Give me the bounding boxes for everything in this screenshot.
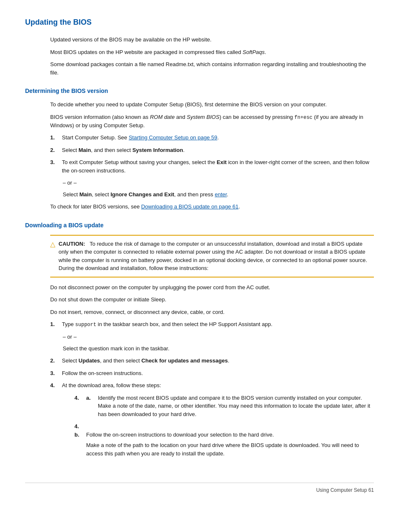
intro-para-3: Some download packages contain a file na… bbox=[50, 60, 374, 77]
section1-step-3: To exit Computer Setup without saving yo… bbox=[50, 158, 374, 175]
exit-bold: Exit bbox=[217, 159, 227, 165]
section2-step-3: Follow the on-screen instructions. bbox=[50, 369, 374, 378]
section2-steps-cont: Select Updates, and then select Check fo… bbox=[50, 357, 374, 390]
s2-step3-content: Follow the on-screen instructions. bbox=[62, 369, 374, 378]
step2-content: Select Main, and then select System Info… bbox=[62, 146, 374, 154]
system-information-bold: System Information bbox=[132, 147, 183, 153]
section1-or-label: – or – bbox=[63, 179, 374, 187]
section2-steps: Type support in the taskbar search box, … bbox=[50, 320, 374, 329]
section2-step-1: Type support in the taskbar search box, … bbox=[50, 320, 374, 329]
section1-steps: Start Computer Setup. See Starting Compu… bbox=[50, 134, 374, 175]
s2-step-b-content: Follow the on-screen instructions to dow… bbox=[86, 431, 374, 439]
step3-content: To exit Computer Setup without saving yo… bbox=[62, 158, 374, 175]
section1-step-1: Start Computer Setup. See Starting Compu… bbox=[50, 134, 374, 142]
caution-text: To reduce the risk of damage to the comp… bbox=[59, 241, 367, 272]
support-code: support bbox=[75, 322, 96, 328]
caution-label: CAUTION: bbox=[59, 241, 85, 247]
s2-step2-content: Select Updates, and then select Check fo… bbox=[62, 357, 374, 365]
softpaqs-italic: SoftPaqs bbox=[243, 49, 265, 55]
caution-line-3: Do not insert, remove, connect, or disco… bbox=[50, 308, 374, 316]
rom-date-italic: ROM date bbox=[150, 114, 174, 120]
caution-content: CAUTION: To reduce the risk of damage to… bbox=[59, 240, 374, 272]
alpha-b-label: b. bbox=[74, 431, 86, 439]
section2-or-label: – or – bbox=[63, 333, 374, 341]
check-later-text: To check for later BIOS versions, see Do… bbox=[50, 203, 374, 211]
section-determining-title: Determining the BIOS version bbox=[25, 87, 374, 95]
enter-link[interactable]: enter bbox=[215, 191, 227, 198]
check-for-updates-bold: Check for updates and messages bbox=[141, 357, 228, 364]
ignore-changes-bold: Ignore Changes and Exit bbox=[110, 191, 174, 198]
updates-bold: Updates bbox=[79, 357, 100, 364]
esc-code: esc bbox=[303, 115, 312, 121]
footer-text: Using Computer Setup 61 bbox=[316, 486, 374, 494]
alpha-a-label: a. bbox=[86, 394, 98, 419]
section2-step-b: b. Follow the on-screen instructions to … bbox=[74, 422, 374, 457]
section2-alpha-steps: a. Identify the most recent BIOS update … bbox=[74, 394, 374, 458]
section1-or-text: Select Main, select Ignore Changes and E… bbox=[63, 190, 374, 199]
s2-step-b-row: b. Follow the on-screen instructions to … bbox=[74, 431, 374, 439]
caution-box: △ CAUTION: To reduce the risk of damage … bbox=[50, 235, 374, 278]
system-bios-italic: System BIOS bbox=[187, 114, 220, 120]
page-footer: Using Computer Setup 61 bbox=[25, 483, 374, 494]
section2-or-text: Select the question mark icon in the tas… bbox=[63, 344, 374, 353]
intro-para-1: Updated versions of the BIOS may be avai… bbox=[50, 36, 374, 44]
intro-para-2: Most BIOS updates on the HP website are … bbox=[50, 48, 374, 57]
caution-triangle-icon: △ bbox=[50, 239, 55, 249]
main-bold: Main bbox=[79, 147, 91, 153]
s2-step1-content: Type support in the taskbar search box, … bbox=[62, 320, 374, 329]
section2-step-4: At the download area, follow these steps… bbox=[50, 381, 374, 390]
section1-step-2: Select Main, and then select System Info… bbox=[50, 146, 374, 154]
section-downloading-title: Downloading a BIOS update bbox=[25, 221, 374, 230]
starting-computer-setup-link[interactable]: Starting Computer Setup on page 59 bbox=[129, 134, 217, 141]
main-bold-2: Main bbox=[79, 191, 92, 198]
caution-line-2: Do not shut down the computer or initiat… bbox=[50, 296, 374, 304]
s2-step4-content: At the download area, follow these steps… bbox=[62, 381, 374, 390]
section1-para2: BIOS version information (also known as … bbox=[50, 113, 374, 130]
downloading-bios-link[interactable]: Downloading a BIOS update on page 61 bbox=[141, 203, 238, 210]
fn-code: fn+ bbox=[294, 115, 304, 121]
caution-line-1: Do not disconnect power on the computer … bbox=[50, 283, 374, 292]
page-title: Updating the BIOS bbox=[25, 17, 374, 28]
step1-content: Start Computer Setup. See Starting Compu… bbox=[62, 134, 374, 142]
s2-step-a-content: Identify the most recent BIOS update and… bbox=[98, 394, 374, 419]
section2-step-a: a. Identify the most recent BIOS update … bbox=[74, 394, 374, 419]
section2-step-2: Select Updates, and then select Check fo… bbox=[50, 357, 374, 365]
section1-para1: To decide whether you need to update Com… bbox=[50, 100, 374, 109]
s2-step-b-subtext: Make a note of the path to the location … bbox=[86, 441, 374, 457]
